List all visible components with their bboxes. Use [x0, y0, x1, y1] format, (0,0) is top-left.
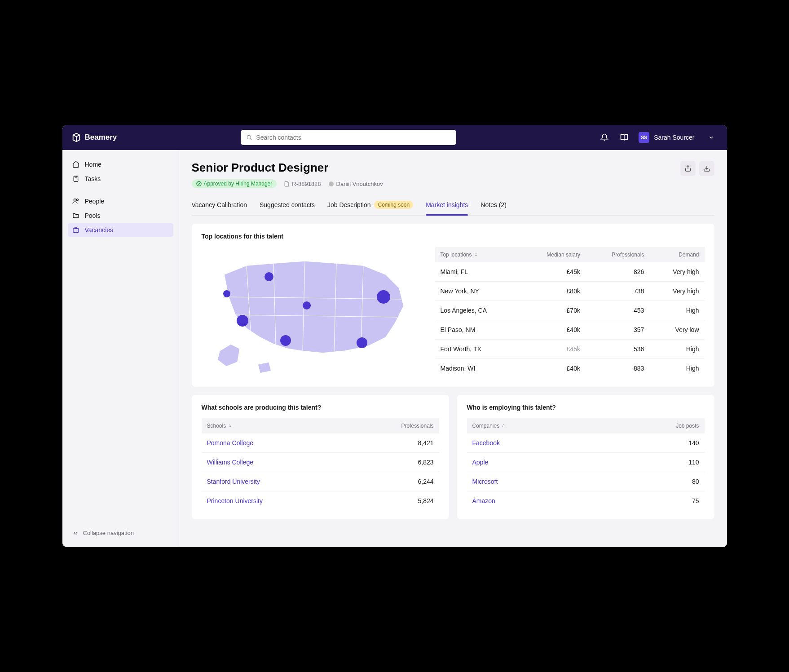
table-row[interactable]: Los Angeles, CA£70k453High	[435, 301, 705, 320]
map-marker[interactable]	[280, 335, 291, 346]
download-icon	[703, 165, 710, 172]
search-input[interactable]	[256, 134, 451, 141]
map-marker[interactable]	[357, 337, 367, 348]
book-icon	[620, 133, 628, 141]
table-row[interactable]: Microsoft80	[467, 472, 705, 491]
company-link[interactable]: Apple	[472, 459, 489, 466]
cell-demand: High	[649, 359, 704, 378]
tab-suggested-contacts[interactable]: Suggested contacts	[260, 201, 315, 215]
map-marker[interactable]	[377, 290, 390, 304]
cell-professionals: 883	[586, 359, 649, 378]
company-link[interactable]: Amazon	[472, 497, 495, 504]
home-icon	[72, 161, 79, 168]
tab-market-insights[interactable]: Market insights	[426, 201, 468, 215]
sidebar-item-home[interactable]: Home	[68, 157, 173, 172]
col-header-professionals[interactable]: Professionals	[346, 418, 439, 433]
svg-point-6	[329, 181, 334, 186]
sidebar-item-vacancies[interactable]: Vacancies	[68, 223, 173, 237]
map-marker[interactable]	[264, 272, 273, 281]
col-header-schools[interactable]: Schools	[202, 418, 346, 433]
check-circle-icon	[196, 181, 202, 186]
col-header-professionals[interactable]: Professionals	[586, 247, 649, 262]
sidebar-item-label: Tasks	[85, 175, 101, 182]
table-row[interactable]: Princeton University5,824	[202, 491, 439, 511]
page-title: Senior Product Designer	[192, 161, 383, 175]
table-row[interactable]: El Paso, NM£40k357Very low	[435, 320, 705, 340]
user-name: Sarah Sourcer	[654, 134, 694, 141]
table-row[interactable]: Miami, FL£45k826Very high	[435, 262, 705, 282]
brand-icon	[71, 133, 81, 142]
school-link[interactable]: Williams College	[207, 459, 253, 466]
cell-school: Williams College	[202, 453, 346, 472]
share-button[interactable]	[680, 161, 696, 176]
cell-salary: £70k	[520, 301, 586, 320]
col-header-salary[interactable]: Median salary	[520, 247, 586, 262]
tab-vacancy-calibration[interactable]: Vacancy Calibration	[192, 201, 247, 215]
school-link[interactable]: Princeton University	[207, 497, 263, 504]
cell-demand: High	[649, 340, 704, 359]
notifications-button[interactable]	[595, 128, 613, 146]
user-menu[interactable]: SS Sarah Sourcer	[635, 132, 718, 143]
school-link[interactable]: Stanford University	[207, 478, 260, 485]
cell-company: Apple	[467, 453, 602, 472]
locations-table: Top locations Median salary Professional…	[435, 247, 705, 378]
table-row[interactable]: Williams College6,823	[202, 453, 439, 472]
cell-school: Princeton University	[202, 491, 346, 511]
cell-professionals: 6,823	[346, 453, 439, 472]
owner-text: Daniil Vnoutchkov	[336, 181, 383, 187]
school-link[interactable]: Pomona College	[207, 439, 254, 447]
companies-table: Companies Job posts Facebook140Apple110M…	[467, 418, 705, 510]
sidebar-item-pools[interactable]: Pools	[68, 208, 173, 223]
cell-location: Los Angeles, CA	[435, 301, 520, 320]
top-locations-card: Top locations for this talent	[192, 224, 714, 387]
file-icon	[284, 181, 290, 187]
sort-icon	[474, 252, 478, 257]
col-header-demand[interactable]: Demand	[649, 247, 704, 262]
cell-salary: £40k	[520, 359, 586, 378]
docs-button[interactable]	[615, 128, 633, 146]
company-link[interactable]: Facebook	[472, 439, 500, 447]
req-id-text: R-8891828	[292, 181, 321, 187]
map-marker[interactable]	[237, 315, 248, 327]
map-marker[interactable]	[223, 290, 230, 297]
sort-icon	[228, 424, 232, 428]
table-row[interactable]: New York, NY£80k738Very high	[435, 282, 705, 301]
cell-professionals: 8,421	[346, 433, 439, 453]
sidebar-item-label: Pools	[85, 212, 101, 219]
tab-label: Market insights	[426, 201, 468, 208]
cell-professionals: 826	[586, 262, 649, 282]
usa-map	[202, 247, 417, 378]
cell-demand: Very high	[649, 262, 704, 282]
company-link[interactable]: Microsoft	[472, 478, 498, 485]
table-row[interactable]: Facebook140	[467, 433, 705, 453]
tab-label: Notes (2)	[480, 201, 507, 208]
collapse-nav-button[interactable]: Collapse navigation	[68, 526, 173, 540]
table-row[interactable]: Amazon75	[467, 491, 705, 511]
cell-salary: £45k	[520, 340, 586, 359]
table-row[interactable]: Madison, WI£40k883High	[435, 359, 705, 378]
map-marker[interactable]	[303, 301, 311, 309]
table-row[interactable]: Stanford University6,244	[202, 472, 439, 491]
user-icon	[328, 181, 334, 187]
coming-soon-pill: Coming soon	[374, 201, 413, 209]
col-header-job-posts[interactable]: Job posts	[601, 418, 704, 433]
table-row[interactable]: Fort Worth, TX£45k536High	[435, 340, 705, 359]
table-row[interactable]: Apple110	[467, 453, 705, 472]
tab-notes[interactable]: Notes (2)	[480, 201, 507, 215]
page-meta: Approved by Hiring Manager R-8891828 Dan…	[192, 179, 383, 188]
cell-job-posts: 140	[601, 433, 704, 453]
tab-job-description[interactable]: Job Description Coming soon	[327, 201, 413, 215]
svg-point-3	[76, 199, 78, 201]
table-row[interactable]: Pomona College8,421	[202, 433, 439, 453]
sidebar-item-people[interactable]: People	[68, 194, 173, 208]
col-header-companies[interactable]: Companies	[467, 418, 602, 433]
download-button[interactable]	[699, 161, 714, 176]
search-bar[interactable]	[241, 130, 456, 145]
brand-logo[interactable]: Beamery	[71, 133, 117, 142]
sidebar-item-tasks[interactable]: Tasks	[68, 172, 173, 186]
cell-company: Amazon	[467, 491, 602, 511]
col-header-location[interactable]: Top locations	[435, 247, 520, 262]
tab-label: Suggested contacts	[260, 201, 315, 208]
folder-icon	[72, 212, 79, 219]
companies-card: Who is employing this talent? Companies …	[457, 395, 714, 519]
